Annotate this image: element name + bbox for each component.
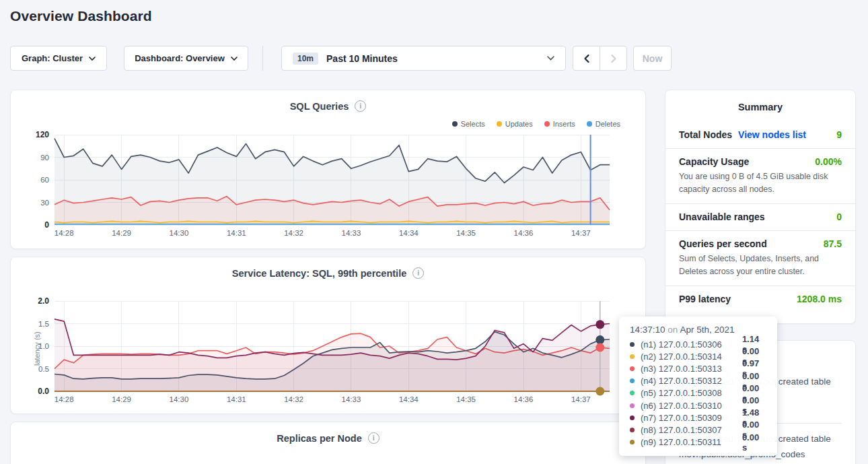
- chevron-down-icon: [89, 57, 96, 61]
- svg-text:14:31: 14:31: [227, 229, 246, 237]
- series-color-dot: [544, 121, 550, 127]
- replicas-per-node-title: Replicas per Node i: [11, 432, 645, 444]
- svg-text:14:30: 14:30: [170, 229, 189, 237]
- graph-dropdown[interactable]: Graph: Cluster: [10, 46, 107, 71]
- summary-label: Queries per second: [679, 238, 767, 249]
- overview-dashboard-page: Overview Dashboard Graph: Cluster Dashbo…: [0, 0, 868, 464]
- tooltip-node-name: (n9) 127.0.0.1:50311: [641, 437, 742, 447]
- svg-text:14:32: 14:32: [284, 395, 303, 403]
- svg-text:30: 30: [40, 199, 49, 207]
- summary-value: 1208.0 ms: [797, 294, 842, 304]
- time-range-picker[interactable]: 10m Past 10 Minutes: [281, 46, 566, 71]
- svg-text:14:30: 14:30: [170, 395, 189, 403]
- dashboard-dropdown[interactable]: Dashboard: Overview: [124, 46, 248, 71]
- summary-row-p99: P99 latency 1208.0 ms: [665, 286, 855, 312]
- service-latency-card: Service Latency: SQL, 99th percentile i …: [10, 257, 646, 414]
- svg-text:1.0: 1.0: [38, 342, 49, 350]
- tooltip-node-name: (n3) 127.0.0.1:50313: [641, 364, 742, 374]
- svg-text:14:34: 14:34: [399, 395, 419, 403]
- chevron-left-icon: [583, 54, 591, 63]
- tooltip-node-name: (n5) 127.0.0.1:50308: [641, 388, 742, 398]
- summary-label: Total Nodes: [679, 129, 732, 140]
- svg-text:14:37: 14:37: [571, 395, 591, 403]
- node-color-dot: [630, 428, 635, 432]
- time-next-button[interactable]: [600, 46, 627, 71]
- tooltip-node-name: (n7) 127.0.0.1:50309: [641, 413, 742, 423]
- tooltip-node-name: (n2) 127.0.0.1:50314: [641, 352, 742, 362]
- node-color-dot: [630, 440, 635, 444]
- chart-hover-tooltip: 14:37:10 on Apr 5th, 2021 (n1) 127.0.0.1…: [619, 317, 777, 456]
- summary-label: P99 latency: [679, 294, 731, 304]
- summary-label: Capacity Usage: [679, 156, 749, 167]
- tooltip-row: (n9) 127.0.0.1:503110.00 s: [630, 436, 766, 449]
- svg-text:14:32: 14:32: [284, 229, 303, 237]
- service-latency-chart[interactable]: 0.00.51.01.52.014:2814:2914:3014:3114:32…: [11, 294, 646, 414]
- info-icon[interactable]: i: [368, 432, 379, 444]
- series-color-dot: [497, 121, 502, 127]
- svg-text:2.0: 2.0: [38, 296, 49, 306]
- time-range-label: Past 10 Minutes: [326, 53, 398, 64]
- svg-text:14:29: 14:29: [112, 229, 131, 237]
- tooltip-node-name: (n4) 127.0.0.1:50312: [641, 376, 742, 386]
- svg-text:0.0: 0.0: [38, 387, 49, 396]
- tooltip-rows: (n1) 127.0.0.1:503061.14 s(n2) 127.0.0.1…: [630, 338, 766, 449]
- summary-value: 87.5: [824, 238, 842, 249]
- chevron-right-icon: [610, 54, 618, 63]
- page-title: Overview Dashboard: [10, 8, 152, 24]
- node-color-dot: [630, 342, 635, 347]
- svg-text:14:29: 14:29: [112, 395, 131, 403]
- time-nav-group: [573, 46, 627, 71]
- info-icon[interactable]: i: [355, 100, 366, 112]
- svg-text:0.5: 0.5: [38, 365, 49, 373]
- summary-value: 0.00%: [815, 156, 842, 167]
- svg-text:0: 0: [44, 220, 49, 230]
- summary-row-capacity: Capacity Usage 0.00% You are using 0 B o…: [665, 148, 855, 203]
- svg-text:14:36: 14:36: [514, 395, 534, 403]
- node-color-dot: [630, 366, 635, 371]
- svg-text:14:34: 14:34: [399, 229, 419, 237]
- svg-text:14:33: 14:33: [342, 229, 361, 237]
- svg-text:14:35: 14:35: [456, 395, 476, 403]
- svg-text:14:37: 14:37: [571, 229, 591, 237]
- chevron-down-icon: [547, 56, 554, 61]
- node-color-dot: [630, 416, 635, 420]
- tooltip-node-name: (n6) 127.0.0.1:50310: [641, 401, 742, 411]
- summary-row-unavailable-ranges: Unavailable ranges 0: [665, 203, 855, 230]
- summary-title: Summary: [665, 90, 855, 122]
- series-color-dot: [452, 121, 458, 127]
- svg-text:90: 90: [40, 154, 49, 162]
- summary-row-qps: Queries per second 87.5 Sum of Selects, …: [665, 230, 855, 286]
- svg-text:14:33: 14:33: [342, 395, 361, 403]
- summary-panel: Summary Total Nodes View nodes list 9 Ca…: [665, 90, 856, 324]
- time-prev-button[interactable]: [573, 46, 600, 71]
- graph-dropdown-label: Graph: Cluster: [22, 53, 83, 63]
- time-now-button[interactable]: Now: [633, 46, 672, 71]
- summary-label: Unavailable ranges: [679, 211, 765, 222]
- chevron-down-icon: [231, 57, 238, 61]
- toolbar-divider: [262, 46, 263, 71]
- tooltip-node-value: 0.00 s: [742, 432, 766, 453]
- summary-description: Sum of Selects, Updates, Inserts, and De…: [679, 253, 842, 277]
- tooltip-node-name: (n8) 127.0.0.1:50307: [641, 425, 742, 435]
- svg-text:60: 60: [40, 176, 49, 184]
- sql-queries-chart[interactable]: 030609012014:2814:2914:3014:3114:3214:33…: [11, 127, 646, 246]
- svg-text:14:28: 14:28: [55, 229, 74, 237]
- view-nodes-list-link[interactable]: View nodes list: [738, 129, 806, 140]
- time-range-badge: 10m: [293, 53, 318, 65]
- replicas-per-node-card: Replicas per Node i: [10, 422, 646, 464]
- tooltip-node-name: (n1) 127.0.0.1:50306: [641, 339, 742, 350]
- node-color-dot: [630, 354, 635, 359]
- summary-row-total-nodes: Total Nodes View nodes list 9: [665, 122, 855, 148]
- info-icon[interactable]: i: [412, 267, 424, 279]
- node-color-dot: [630, 403, 635, 408]
- sql-queries-title: SQL Queries i: [11, 100, 645, 112]
- summary-value: 9: [836, 129, 842, 140]
- node-color-dot: [630, 391, 635, 395]
- node-color-dot: [630, 378, 635, 383]
- series-color-dot: [587, 121, 592, 127]
- svg-text:14:35: 14:35: [456, 229, 476, 237]
- summary-value: 0: [836, 211, 842, 222]
- svg-text:14:36: 14:36: [514, 229, 534, 237]
- sql-queries-card: SQL Queries i SelectsUpdatesInsertsDelet…: [10, 90, 646, 249]
- svg-text:14:28: 14:28: [55, 395, 74, 403]
